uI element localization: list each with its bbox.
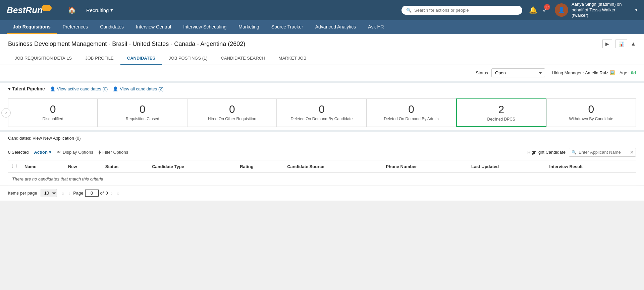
card-label: Deleted On Demand By Candidate bbox=[284, 117, 359, 121]
top-header: BestRun 🏠 Recruiting ▾ 🔍 🔔 ✓ 17 👤 Aanya … bbox=[0, 0, 644, 20]
pipeline-header: ▾ Talent Pipeline 👤 View active candidat… bbox=[8, 83, 636, 95]
candidates-header-row: Candidates: View New Application (0) bbox=[8, 132, 636, 144]
person-icon: 👤 bbox=[50, 86, 55, 91]
select-all-checkbox[interactable] bbox=[12, 164, 16, 168]
logo-cloud-icon bbox=[42, 5, 52, 11]
action-chevron-icon: ▾ bbox=[49, 150, 51, 155]
pipeline-card-requisition-closed[interactable]: 0 Requisition Closed bbox=[98, 98, 187, 127]
age-label: Age : bbox=[620, 70, 630, 75]
play-icon-button[interactable]: ▶ bbox=[602, 40, 612, 48]
tab-market-job[interactable]: MARKET JOB bbox=[272, 52, 313, 65]
card-number: 2 bbox=[464, 104, 539, 116]
display-options-button[interactable]: 👁 Display Options bbox=[57, 150, 93, 155]
nav-marketing[interactable]: Marketing bbox=[232, 20, 265, 34]
page-title: Business Development Management - Brasil… bbox=[8, 41, 245, 48]
card-number: 0 bbox=[105, 103, 180, 115]
page-title-row: Business Development Management - Brasil… bbox=[8, 40, 636, 48]
tab-candidates[interactable]: CANDIDATES bbox=[120, 52, 162, 65]
highlight-input[interactable] bbox=[569, 148, 636, 157]
card-number: 0 bbox=[194, 103, 270, 115]
view-all-candidates-link[interactable]: 👤 View all candidates (2) bbox=[113, 86, 164, 91]
filter-options-button[interactable]: ⧫ Filter Options bbox=[99, 150, 128, 155]
no-data-row: There are no candidates that match this … bbox=[8, 173, 636, 185]
of-label: of bbox=[100, 191, 104, 196]
nav-candidates[interactable]: Candidates bbox=[94, 20, 130, 34]
card-number: 0 bbox=[553, 103, 629, 115]
pipeline-card-deleted-candidate[interactable]: 0 Deleted On Demand By Candidate bbox=[277, 98, 366, 127]
col-last-updated: Last Updated bbox=[467, 160, 545, 173]
status-label: Status bbox=[476, 70, 488, 75]
age-value: 0d bbox=[631, 70, 636, 75]
table-header-row: Name New Status Candidate Type Rating Ca… bbox=[8, 160, 636, 173]
pipeline-card-withdrawn[interactable]: 0 Withdrawn By Candidate bbox=[546, 98, 636, 127]
pipeline-card-declined-dpcs[interactable]: 2 Declined DPCS bbox=[456, 98, 546, 127]
table-header: Name New Status Candidate Type Rating Ca… bbox=[8, 160, 636, 173]
no-candidates-message: There are no candidates that match this … bbox=[8, 173, 636, 185]
eye-icon: 👁 bbox=[57, 150, 61, 155]
logo-area: BestRun bbox=[7, 5, 54, 15]
tasks-button[interactable]: ✓ 17 bbox=[542, 6, 548, 14]
home-button[interactable]: 🏠 bbox=[64, 4, 79, 16]
candidates-view-label: Candidates: View New Application (0) bbox=[8, 136, 81, 141]
last-page-button[interactable]: » bbox=[115, 190, 121, 197]
tab-job-profile[interactable]: JOB PROFILE bbox=[78, 52, 120, 65]
pipeline-card-disqualified[interactable]: 0 Disqualified bbox=[8, 98, 98, 127]
page-label: Page bbox=[73, 191, 83, 196]
search-icon: 🔍 bbox=[406, 8, 412, 13]
next-page-button[interactable]: › bbox=[110, 190, 114, 197]
card-number: 0 bbox=[15, 103, 91, 115]
nav-source-tracker[interactable]: Source Tracker bbox=[265, 20, 309, 34]
nav-preferences[interactable]: Preferences bbox=[57, 20, 94, 34]
action-button[interactable]: Action ▾ bbox=[34, 150, 51, 155]
nav-interview-central[interactable]: Interview Central bbox=[130, 20, 177, 34]
nav-interview-scheduling[interactable]: Interview Scheduling bbox=[177, 20, 232, 34]
col-interview-result: Interview Result bbox=[545, 160, 636, 173]
pipeline-prev-button[interactable]: ‹ bbox=[1, 108, 11, 118]
collapse-button[interactable]: ▲ bbox=[631, 40, 636, 48]
nav-ask-hr[interactable]: Ask HR bbox=[362, 20, 390, 34]
tasks-badge: 17 bbox=[544, 4, 550, 10]
col-rating: Rating bbox=[236, 160, 283, 173]
notification-button[interactable]: 🔔 bbox=[529, 6, 537, 14]
nav-job-requisitions[interactable]: Job Requisitions bbox=[7, 20, 57, 34]
view-active-candidates-link[interactable]: 👤 View active candidates (0) bbox=[50, 86, 108, 91]
card-number: 0 bbox=[284, 103, 359, 115]
user-section[interactable]: 👤 Aanya Singh (sfadmin) on behalf of Tes… bbox=[555, 2, 637, 19]
page-input[interactable] bbox=[85, 190, 99, 197]
tab-candidate-search[interactable]: CANDIDATE SEARCH bbox=[214, 52, 272, 65]
highlight-search-icon: 🔍 bbox=[572, 150, 577, 155]
card-number: 0 bbox=[374, 103, 449, 115]
chevron-down-icon: ▾ bbox=[110, 7, 113, 13]
recruiting-dropdown[interactable]: Recruiting ▾ bbox=[86, 7, 113, 13]
card-label: Declined DPCS bbox=[464, 117, 539, 122]
pipeline-card-deleted-admin[interactable]: 0 Deleted On Demand By Admin bbox=[367, 98, 456, 127]
tab-job-postings[interactable]: JOB POSTINGS (1) bbox=[162, 52, 214, 65]
tab-job-requisition-details[interactable]: JOB REQUISITION DETAILS bbox=[8, 52, 78, 65]
user-dropdown-icon: ▾ bbox=[635, 8, 637, 12]
highlight-clear-icon[interactable]: ✕ bbox=[630, 150, 634, 155]
items-per-page-label: Items per page bbox=[8, 191, 37, 196]
user-name: Aanya Singh (sfadmin) on behalf of Tessa… bbox=[572, 2, 632, 19]
highlight-label: Highlight Candidate bbox=[528, 150, 566, 155]
pagination-row: Items per page 10 20 50 « ‹ Page of 0 › … bbox=[0, 185, 644, 201]
col-candidate-source: Candidate Source bbox=[283, 160, 382, 173]
chart-icon-button[interactable]: 📊 bbox=[615, 40, 627, 48]
first-page-button[interactable]: « bbox=[60, 190, 66, 197]
nav-advanced-analytics[interactable]: Advanced Analytics bbox=[309, 20, 362, 34]
search-bar[interactable]: 🔍 bbox=[401, 6, 522, 15]
col-phone-number: Phone Number bbox=[382, 160, 467, 173]
items-per-page-select[interactable]: 10 20 50 bbox=[41, 189, 57, 197]
highlight-candidate: Highlight Candidate 🔍 ✕ bbox=[528, 148, 636, 157]
pipeline-card-hired-other[interactable]: 0 Hired On Other Requisition bbox=[187, 98, 277, 127]
search-input[interactable] bbox=[414, 8, 518, 13]
pipeline-cards: 0 Disqualified 0 Requisition Closed 0 Hi… bbox=[8, 98, 636, 127]
select-all-checkbox-header[interactable] bbox=[8, 160, 20, 173]
page-header: Business Development Management - Brasil… bbox=[0, 34, 644, 65]
header-icons: 🔔 ✓ 17 bbox=[529, 6, 548, 14]
prev-page-button[interactable]: ‹ bbox=[67, 190, 72, 197]
status-select[interactable]: Open Closed On Hold bbox=[491, 68, 545, 77]
status-row: Status Open Closed On Hold Hiring Manage… bbox=[0, 65, 644, 81]
hiring-manager-label: Hiring Manager : bbox=[552, 70, 584, 75]
candidates-toolbar: 0 Selected Action ▾ 👁 Display Options ⧫ … bbox=[8, 144, 636, 160]
page-title-actions: ▶ 📊 ▲ bbox=[602, 40, 636, 48]
